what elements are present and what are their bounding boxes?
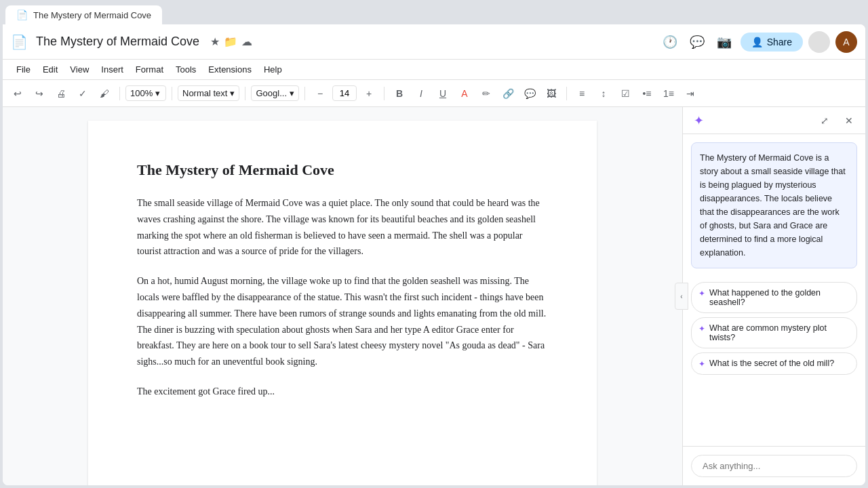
- bullet-list-button[interactable]: •≡: [637, 84, 656, 103]
- ai-panel: ‹ ✦ ⤢ ✕ The Mystery of Mermaid Cove is a…: [682, 107, 865, 485]
- suggestion-text-1: What happened to the golden seashell?: [709, 288, 850, 307]
- toolbar-divider-6: [566, 87, 567, 100]
- toolbar-divider-4: [304, 87, 305, 100]
- redo-button[interactable]: ↪: [30, 84, 49, 103]
- paragraph-3: The excitement got Grace fired up...: [137, 384, 548, 400]
- header-right: 🕐 💬 📷 👤 Share A: [659, 31, 857, 53]
- suggestion-text-3: What is the secret of the old mill?: [709, 359, 834, 368]
- menu-view[interactable]: View: [64, 62, 94, 77]
- history-icon[interactable]: 🕐: [659, 31, 681, 53]
- numbered-list-button[interactable]: 1≡: [659, 84, 678, 103]
- line-spacing-button[interactable]: ↕: [594, 84, 613, 103]
- text-color-button[interactable]: A: [455, 84, 474, 103]
- ai-panel-header: ✦ ⤢ ✕: [683, 107, 865, 134]
- suggestion-spark-icon-3: ✦: [698, 359, 705, 369]
- font-selector[interactable]: Googl... ▾: [251, 85, 299, 101]
- ai-summary-box: The Mystery of Mermaid Cove is a story a…: [691, 142, 857, 268]
- share-label: Share: [767, 37, 792, 47]
- checklist-button[interactable]: ☑: [616, 84, 635, 103]
- underline-button[interactable]: U: [433, 84, 452, 103]
- font-value: Googl...: [256, 88, 287, 98]
- menu-edit[interactable]: Edit: [37, 62, 63, 77]
- main-area: The Mystery of Mermaid Cove The small se…: [3, 107, 865, 485]
- ai-summary-text: The Mystery of Mermaid Cove is a story a…: [700, 153, 846, 258]
- toolbar-divider-3: [245, 87, 245, 100]
- menu-bar: File Edit View Insert Format Tools Exten…: [3, 60, 865, 80]
- document-area: The Mystery of Mermaid Cove The small se…: [3, 107, 682, 485]
- link-button[interactable]: 🔗: [498, 84, 517, 103]
- bold-button[interactable]: B: [390, 84, 409, 103]
- toolbar-divider-5: [384, 87, 384, 100]
- browser-tab-bar: 📄 The Mystery of Mermaid Cove: [0, 0, 868, 24]
- ai-input-area: [683, 446, 865, 485]
- user-avatar[interactable]: A: [835, 31, 857, 53]
- zoom-selector[interactable]: 100% ▾: [125, 85, 166, 101]
- align-button[interactable]: ≡: [572, 84, 591, 103]
- browser-tab-label: The Mystery of Mermaid Cove: [33, 10, 151, 20]
- document-main-title: The Mystery of Mermaid Cove: [137, 161, 548, 179]
- google-docs-icon: 📄: [11, 34, 28, 50]
- header-icon-group: ★ 📁 ☁: [210, 35, 252, 48]
- share-icon: 👤: [751, 37, 763, 47]
- toolbar-divider-2: [172, 87, 172, 100]
- font-chevron: ▾: [290, 88, 294, 98]
- ai-sparkle-icon: ✦: [694, 113, 704, 128]
- menu-insert[interactable]: Insert: [96, 62, 129, 77]
- ai-close-button[interactable]: ✕: [838, 110, 860, 131]
- zoom-value: 100%: [130, 88, 153, 98]
- share-button[interactable]: 👤 Share: [741, 33, 803, 52]
- comment-icon[interactable]: 💬: [686, 31, 708, 53]
- profile-icon-placeholder[interactable]: [808, 31, 830, 53]
- font-size-increase-button[interactable]: +: [359, 84, 378, 103]
- ai-suggestion-2[interactable]: ✦ What are common mystery plot twists?: [691, 317, 857, 348]
- paragraph-2: On a hot, humid August morning, the vill…: [137, 273, 548, 370]
- indent-button[interactable]: ⇥: [681, 84, 700, 103]
- ai-expand-button[interactable]: ⤢: [814, 110, 835, 131]
- highlight-button[interactable]: ✏: [477, 84, 496, 103]
- style-chevron: ▾: [230, 88, 235, 98]
- font-size-display[interactable]: 14: [332, 85, 357, 101]
- undo-button[interactable]: ↩: [8, 84, 27, 103]
- toolbar-divider-1: [119, 87, 120, 100]
- document-title: The Mystery of Mermaid Cove: [36, 35, 199, 49]
- star-icon[interactable]: ★: [210, 35, 220, 48]
- paragraph-style-value: Normal text: [182, 88, 227, 98]
- panel-collapse-handle[interactable]: ‹: [675, 283, 688, 310]
- paint-format-button[interactable]: 🖌: [95, 84, 114, 103]
- zoom-chevron: ▾: [155, 88, 160, 98]
- browser-tab[interactable]: 📄 The Mystery of Mermaid Cove: [5, 5, 162, 24]
- paragraph-style-selector[interactable]: Normal text ▾: [178, 85, 239, 101]
- ai-suggestion-3[interactable]: ✦ What is the secret of the old mill?: [691, 352, 857, 375]
- image-button[interactable]: 🖼: [542, 84, 561, 103]
- app-header: 📄 The Mystery of Mermaid Cove ★ 📁 ☁ 🕐 💬 …: [3, 24, 865, 60]
- suggestion-spark-icon-1: ✦: [698, 289, 705, 298]
- spellcheck-button[interactable]: ✓: [73, 84, 92, 103]
- folder-icon[interactable]: 📁: [224, 35, 237, 48]
- menu-file[interactable]: File: [11, 62, 36, 77]
- meet-icon[interactable]: 📷: [713, 31, 735, 53]
- menu-extensions[interactable]: Extensions: [203, 62, 257, 77]
- menu-format[interactable]: Format: [130, 62, 169, 77]
- italic-button[interactable]: I: [412, 84, 431, 103]
- ai-suggestions-list: ✦ What happened to the golden seashell? …: [683, 277, 865, 380]
- doc-tab-icon: 📄: [16, 9, 28, 20]
- comment-add-button[interactable]: 💬: [520, 84, 539, 103]
- ai-suggestion-1[interactable]: ✦ What happened to the golden seashell?: [691, 282, 857, 313]
- suggestion-spark-icon-2: ✦: [698, 324, 705, 333]
- toolbar: ↩ ↪ 🖨 ✓ 🖌 100% ▾ Normal text ▾ Googl... …: [3, 80, 865, 107]
- font-size-decrease-button[interactable]: −: [311, 84, 330, 103]
- menu-tools[interactable]: Tools: [170, 62, 201, 77]
- document-page: The Mystery of Mermaid Cove The small se…: [88, 121, 597, 485]
- cloud-icon[interactable]: ☁: [241, 35, 252, 48]
- suggestion-text-2: What are common mystery plot twists?: [709, 323, 850, 342]
- ai-input-field[interactable]: [691, 455, 857, 477]
- menu-help[interactable]: Help: [258, 62, 288, 77]
- print-button[interactable]: 🖨: [52, 84, 71, 103]
- browser-body: 📄 The Mystery of Mermaid Cove ★ 📁 ☁ 🕐 💬 …: [3, 24, 865, 485]
- paragraph-1: The small seaside village of Mermaid Cov…: [137, 195, 548, 260]
